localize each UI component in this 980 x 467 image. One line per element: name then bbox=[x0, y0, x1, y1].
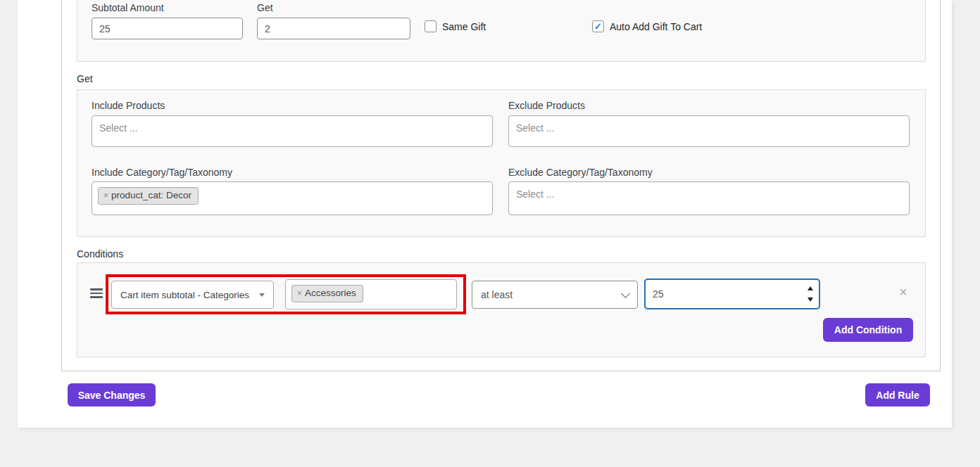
include-taxonomy-select[interactable]: × product_cat: Decor bbox=[92, 181, 493, 215]
get-section-heading: Get bbox=[77, 73, 93, 84]
save-changes-button[interactable]: Save Changes bbox=[68, 383, 156, 407]
chip-label: product_cat: Decor bbox=[111, 190, 191, 201]
same-gift-label: Same Gift bbox=[442, 21, 486, 32]
exclude-products-label: Exclude Products bbox=[508, 100, 585, 111]
operator-value: at least bbox=[481, 289, 513, 300]
exclude-taxonomy-select[interactable]: Select ... bbox=[508, 181, 910, 215]
condition-type-select[interactable]: Cart item subtotal - Categories bbox=[111, 281, 274, 309]
add-condition-button[interactable]: Add Condition bbox=[823, 318, 913, 342]
include-products-placeholder: Select ... bbox=[99, 122, 137, 134]
number-spinner bbox=[806, 285, 815, 303]
caret-down-icon bbox=[259, 293, 265, 297]
spinner-down-icon[interactable] bbox=[808, 298, 813, 302]
get-quantity-label: Get bbox=[257, 2, 273, 13]
chip-label: Accessories bbox=[305, 288, 356, 299]
condition-operator-select[interactable]: at least bbox=[472, 281, 638, 309]
exclude-taxonomy-placeholder: Select ... bbox=[516, 188, 554, 200]
subtotal-amount-input[interactable] bbox=[92, 18, 243, 39]
condition-type-value: Cart item subtotal - Categories bbox=[120, 290, 249, 300]
chip-remove-icon[interactable]: × bbox=[103, 191, 108, 200]
auto-add-gift-checkbox[interactable]: ✓ bbox=[592, 20, 604, 32]
drag-handle-icon[interactable] bbox=[90, 288, 103, 300]
remove-condition-icon[interactable]: × bbox=[899, 285, 907, 299]
chevron-down-icon bbox=[621, 289, 630, 298]
condition-categories-select[interactable]: × Accessories bbox=[285, 279, 457, 309]
subtotal-amount-label: Subtotal Amount bbox=[92, 2, 164, 13]
taxonomy-tag-chip[interactable]: × product_cat: Decor bbox=[98, 187, 199, 205]
add-rule-button[interactable]: Add Rule bbox=[865, 383, 930, 407]
include-taxonomy-label: Include Category/Tag/Taxonomy bbox=[92, 167, 232, 178]
condition-amount-field bbox=[644, 279, 820, 309]
same-gift-checkbox[interactable] bbox=[425, 20, 436, 32]
exclude-taxonomy-label: Exclude Category/Tag/Taxonomy bbox=[508, 167, 653, 178]
auto-add-gift-label: Auto Add Gift To Cart bbox=[610, 21, 702, 32]
exclude-products-select[interactable]: Select ... bbox=[508, 115, 910, 147]
chip-remove-icon[interactable]: × bbox=[297, 288, 302, 298]
rule-editor-card: Subtotal Amount Get Same Gift ✓ Auto Add… bbox=[18, 0, 952, 428]
category-tag-chip[interactable]: × Accessories bbox=[291, 285, 363, 302]
spinner-up-icon[interactable] bbox=[808, 286, 813, 290]
conditions-panel bbox=[77, 262, 926, 357]
checkmark-icon: ✓ bbox=[594, 22, 602, 31]
conditions-heading: Conditions bbox=[77, 248, 123, 260]
include-products-select[interactable]: Select ... bbox=[92, 115, 493, 147]
include-products-label: Include Products bbox=[92, 100, 165, 111]
exclude-products-placeholder: Select ... bbox=[516, 122, 554, 134]
get-quantity-input[interactable] bbox=[257, 18, 410, 39]
condition-amount-input[interactable] bbox=[653, 288, 806, 300]
